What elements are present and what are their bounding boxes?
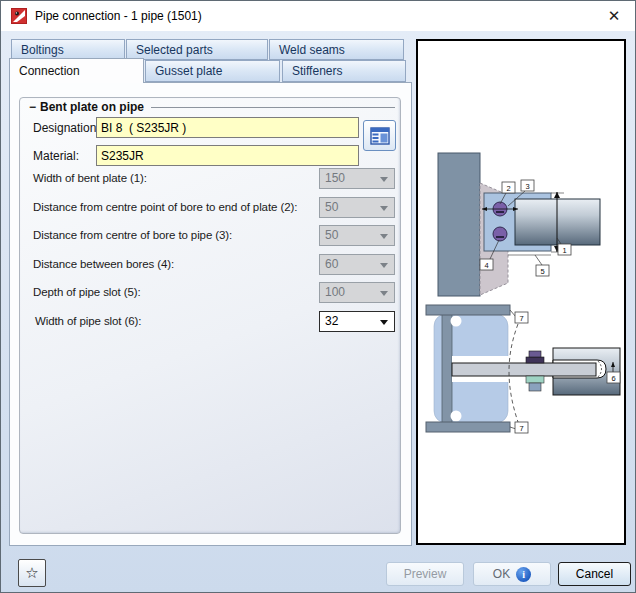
preview-bottom-view: 7 7 6 [426, 305, 620, 433]
chevron-down-icon [380, 291, 388, 296]
ok-button-label: OK [493, 567, 510, 581]
tab-label: Gusset plate [155, 64, 222, 78]
preview-panel: 2 3 1 4 5 [416, 39, 626, 545]
svg-text:5: 5 [540, 267, 544, 276]
tab-label: Selected parts [136, 43, 213, 57]
preview-button[interactable]: Preview [386, 562, 464, 586]
material-input[interactable] [96, 145, 359, 166]
dialog-client-area: Boltings Selected parts Weld seams Conne… [1, 31, 635, 592]
tab-label: Stiffeners [292, 64, 342, 78]
combo-bore-to-pipe: 50 [319, 225, 395, 246]
cancel-button[interactable]: Cancel [558, 562, 631, 586]
tab-label: Connection [19, 64, 80, 78]
tab-gusset-plate[interactable]: Gusset plate [145, 60, 280, 82]
svg-text:4: 4 [484, 261, 488, 270]
field-label-bore-to-end: Distance from centre point of bore to en… [33, 197, 297, 218]
star-icon: ☆ [25, 564, 38, 582]
field-label-between-bores: Distance between bores (4): [33, 254, 174, 275]
tab-connection[interactable]: Connection [9, 58, 144, 83]
group-header: − Bent plate on pipe [29, 99, 395, 115]
combo-bore-to-end: 50 [319, 197, 395, 218]
svg-text:1: 1 [562, 246, 566, 255]
svg-text:6: 6 [611, 374, 615, 383]
field-label-width-bent-plate: Width of bent plate (1): [33, 168, 147, 189]
combo-value: 50 [325, 198, 338, 217]
chevron-down-icon [380, 263, 388, 268]
tab-weld-seams[interactable]: Weld seams [269, 39, 404, 60]
title-bar: Pipe connection - 1 pipe (1501) ✕ [1, 1, 635, 31]
tab-stiffeners[interactable]: Stiffeners [282, 60, 406, 82]
group-rule [151, 107, 395, 108]
group-title: Bent plate on pipe [40, 100, 144, 114]
designation-input[interactable] [96, 117, 359, 138]
designation-label: Designation: [33, 121, 100, 135]
preview-drawing: 2 3 1 4 5 [418, 41, 624, 543]
combo-value: 100 [325, 283, 345, 302]
catalogue-icon [370, 127, 390, 145]
svg-text:2: 2 [506, 184, 510, 193]
pipe-connection-dialog: Pipe connection - 1 pipe (1501) ✕ Boltin… [0, 0, 636, 593]
combo-between-bores: 60 [319, 254, 395, 275]
preview-top-view: 2 3 1 4 5 [438, 153, 600, 296]
ok-button[interactable]: OK i [473, 562, 551, 586]
info-icon[interactable]: i [516, 567, 531, 582]
preview-button-label: Preview [404, 567, 447, 581]
combo-value: 50 [325, 226, 338, 245]
combo-slot-width[interactable]: 32 [319, 311, 395, 332]
tab-label: Weld seams [279, 43, 345, 57]
field-label-slot-width: Width of pipe slot (6): [35, 311, 141, 332]
material-label: Material: [33, 149, 79, 163]
cancel-button-label: Cancel [576, 567, 613, 581]
favourite-button[interactable]: ☆ [18, 559, 46, 587]
combo-slot-depth: 100 [319, 282, 395, 303]
chevron-down-icon [380, 177, 388, 182]
chevron-down-icon [380, 206, 388, 211]
svg-text:7: 7 [519, 424, 523, 433]
combo-value: 32 [325, 312, 338, 331]
app-icon [11, 8, 27, 24]
close-icon[interactable]: ✕ [603, 5, 625, 27]
catalogue-browse-button[interactable] [363, 120, 396, 151]
collapse-icon[interactable]: − [29, 100, 36, 114]
tab-selected-parts[interactable]: Selected parts [126, 39, 268, 60]
svg-text:3: 3 [525, 182, 529, 191]
chevron-down-icon [380, 320, 388, 325]
tab-boltings[interactable]: Boltings [11, 39, 125, 60]
svg-text:7: 7 [519, 314, 523, 323]
field-label-slot-depth: Depth of pipe slot (5): [33, 282, 141, 303]
chevron-down-icon [380, 234, 388, 239]
combo-value: 60 [325, 255, 338, 274]
tab-label: Boltings [21, 43, 64, 57]
combo-value: 150 [325, 169, 345, 188]
field-label-bore-to-pipe: Distance from centre of bore to pipe (3)… [33, 225, 232, 246]
combo-width-bent-plate: 150 [319, 168, 395, 189]
window-title: Pipe connection - 1 pipe (1501) [35, 9, 202, 23]
